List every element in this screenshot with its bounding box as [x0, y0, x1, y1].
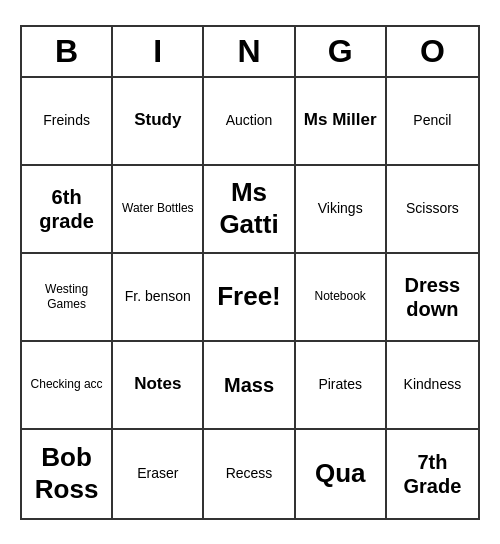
header-letter: B: [22, 27, 113, 76]
bingo-header: BINGO: [22, 27, 478, 78]
bingo-cell: Mass: [204, 342, 295, 430]
bingo-cell: Fr. benson: [113, 254, 204, 342]
bingo-cell: Westing Games: [22, 254, 113, 342]
bingo-cell: Pencil: [387, 78, 478, 166]
bingo-cell: 6th grade: [22, 166, 113, 254]
bingo-cell: Study: [113, 78, 204, 166]
bingo-cell: Eraser: [113, 430, 204, 518]
header-letter: I: [113, 27, 204, 76]
bingo-cell: Vikings: [296, 166, 387, 254]
bingo-card: BINGO FreindsStudyAuctionMs MillerPencil…: [20, 25, 480, 520]
bingo-cell: Ms Gatti: [204, 166, 295, 254]
header-letter: N: [204, 27, 295, 76]
bingo-cell: Freinds: [22, 78, 113, 166]
bingo-cell: Qua: [296, 430, 387, 518]
bingo-cell: Dress down: [387, 254, 478, 342]
bingo-cell: Water Bottles: [113, 166, 204, 254]
bingo-grid: FreindsStudyAuctionMs MillerPencil6th gr…: [22, 78, 478, 518]
bingo-cell: Ms Miller: [296, 78, 387, 166]
bingo-cell: Bob Ross: [22, 430, 113, 518]
header-letter: G: [296, 27, 387, 76]
bingo-cell: Recess: [204, 430, 295, 518]
bingo-cell: Notebook: [296, 254, 387, 342]
bingo-cell: Notes: [113, 342, 204, 430]
bingo-cell: 7th Grade: [387, 430, 478, 518]
bingo-cell: Scissors: [387, 166, 478, 254]
bingo-cell: Free!: [204, 254, 295, 342]
header-letter: O: [387, 27, 478, 76]
bingo-cell: Kindness: [387, 342, 478, 430]
bingo-cell: Checking acc: [22, 342, 113, 430]
bingo-cell: Pirates: [296, 342, 387, 430]
bingo-cell: Auction: [204, 78, 295, 166]
